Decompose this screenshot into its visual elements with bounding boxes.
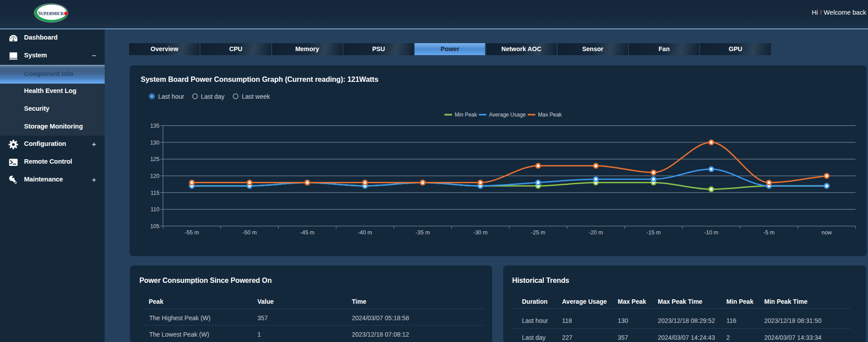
svg-text:-25 m: -25 m bbox=[531, 229, 545, 236]
svg-text:-55 m: -55 m bbox=[185, 229, 199, 236]
svg-text:-15 m: -15 m bbox=[647, 229, 661, 236]
svg-text:now: now bbox=[822, 229, 832, 236]
svg-text:120: 120 bbox=[150, 173, 159, 179]
svg-text:-40 m: -40 m bbox=[358, 229, 372, 236]
svg-text:130: 130 bbox=[150, 140, 159, 146]
svg-text:125: 125 bbox=[150, 156, 159, 162]
svg-text:105: 105 bbox=[150, 223, 159, 229]
svg-text:Average Usage: Average Usage bbox=[489, 112, 526, 118]
svg-text:-35 m: -35 m bbox=[416, 229, 430, 236]
svg-text:-30 m: -30 m bbox=[473, 229, 488, 236]
svg-text:110: 110 bbox=[151, 206, 159, 213]
svg-text:115: 115 bbox=[151, 190, 159, 196]
svg-text:-50 m: -50 m bbox=[242, 229, 257, 236]
svg-text:Min Peak: Min Peak bbox=[455, 112, 477, 118]
svg-text:-20 m: -20 m bbox=[589, 229, 603, 236]
svg-text:-45 m: -45 m bbox=[300, 229, 314, 236]
svg-text:135: 135 bbox=[150, 123, 159, 129]
svg-text:-5 m: -5 m bbox=[763, 229, 774, 236]
svg-text:-10 m: -10 m bbox=[704, 229, 718, 236]
svg-text:Max Peak: Max Peak bbox=[538, 112, 562, 118]
